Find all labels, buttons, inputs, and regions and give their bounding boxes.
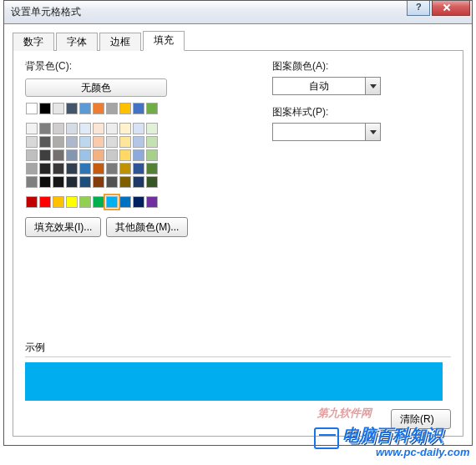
color-swatch[interactable]: [133, 149, 144, 161]
titlebar[interactable]: 设置单元格格式: [4, 1, 472, 24]
color-swatch[interactable]: [53, 196, 64, 208]
color-swatch[interactable]: [66, 123, 78, 134]
pattern-style-value: [273, 124, 365, 140]
color-swatch[interactable]: [53, 136, 64, 148]
color-swatch[interactable]: [119, 136, 131, 148]
color-swatch[interactable]: [93, 123, 104, 134]
color-swatch[interactable]: [79, 149, 91, 161]
color-swatch[interactable]: [26, 163, 38, 174]
color-swatch[interactable]: [79, 123, 91, 134]
color-swatch[interactable]: [93, 103, 104, 114]
color-swatch[interactable]: [26, 123, 38, 134]
color-swatch[interactable]: [79, 163, 91, 174]
color-swatch[interactable]: [93, 163, 104, 174]
pattern-style-combo[interactable]: [272, 123, 381, 141]
color-swatch[interactable]: [106, 149, 118, 161]
chevron-down-icon[interactable]: [365, 124, 380, 140]
color-swatch[interactable]: [146, 149, 158, 161]
color-swatch[interactable]: [53, 103, 64, 114]
color-swatch[interactable]: [133, 196, 144, 208]
color-swatch[interactable]: [106, 196, 118, 208]
color-swatch[interactable]: [146, 136, 158, 148]
color-swatch[interactable]: [119, 163, 131, 174]
color-swatch[interactable]: [119, 176, 131, 188]
color-swatch[interactable]: [106, 163, 118, 174]
color-swatch[interactable]: [53, 176, 64, 188]
color-swatch[interactable]: [53, 149, 64, 161]
swatch-row: [25, 149, 242, 162]
color-swatch[interactable]: [39, 149, 51, 161]
watermark-text-3: www.pc-daily.com: [376, 446, 469, 458]
fill-buttons-row: 填充效果(I)... 其他颜色(M)...: [25, 217, 242, 237]
color-swatch[interactable]: [93, 149, 104, 161]
no-color-button[interactable]: 无颜色: [25, 78, 167, 97]
fill-effects-button[interactable]: 填充效果(I)...: [25, 217, 101, 237]
color-swatch[interactable]: [39, 136, 51, 148]
color-swatch[interactable]: [133, 136, 144, 148]
color-swatch[interactable]: [146, 103, 158, 114]
color-swatch[interactable]: [133, 123, 144, 134]
background-color-label: 背景色(C):: [25, 59, 242, 73]
color-swatch[interactable]: [93, 196, 104, 208]
color-swatch[interactable]: [106, 136, 118, 148]
close-button[interactable]: [432, 1, 470, 16]
color-swatch[interactable]: [146, 176, 158, 188]
color-swatch[interactable]: [53, 163, 64, 174]
pattern-color-label: 图案颜色(A):: [272, 59, 456, 73]
color-swatch[interactable]: [66, 103, 78, 114]
color-swatch[interactable]: [106, 123, 118, 134]
color-swatch[interactable]: [93, 136, 104, 148]
color-swatch[interactable]: [146, 123, 158, 134]
color-swatch[interactable]: [119, 103, 131, 114]
color-swatch[interactable]: [106, 176, 118, 188]
pattern-color-value: 自动: [273, 78, 365, 94]
color-swatch[interactable]: [133, 103, 144, 114]
color-swatch[interactable]: [26, 176, 38, 188]
color-swatch[interactable]: [133, 163, 144, 174]
tab-font[interactable]: 字体: [56, 33, 98, 51]
color-swatch[interactable]: [39, 163, 51, 174]
color-swatch[interactable]: [146, 196, 158, 208]
color-swatch[interactable]: [26, 136, 38, 148]
color-swatch[interactable]: [39, 196, 51, 208]
color-swatch[interactable]: [79, 103, 91, 114]
color-swatch[interactable]: [79, 136, 91, 148]
color-swatch[interactable]: [106, 103, 118, 114]
color-swatch[interactable]: [66, 136, 78, 148]
color-swatch[interactable]: [53, 123, 64, 134]
pattern-color-combo[interactable]: 自动: [272, 77, 381, 95]
color-swatch[interactable]: [66, 196, 78, 208]
color-swatch[interactable]: [66, 149, 78, 161]
color-swatch[interactable]: [66, 176, 78, 188]
color-swatch[interactable]: [119, 196, 131, 208]
swatch-row: [25, 102, 242, 115]
swatch-row: [25, 162, 242, 175]
color-swatch[interactable]: [26, 196, 38, 208]
color-swatch[interactable]: [119, 123, 131, 134]
color-swatch[interactable]: [39, 103, 51, 114]
color-swatch[interactable]: [26, 103, 38, 114]
color-swatch[interactable]: [26, 149, 38, 161]
color-swatch[interactable]: [93, 176, 104, 188]
tab-fill[interactable]: 填充: [143, 31, 185, 51]
tab-border[interactable]: 边框: [99, 33, 141, 51]
help-button[interactable]: [407, 1, 430, 16]
clear-button[interactable]: 清除(R): [391, 409, 451, 429]
swatch-row: [25, 135, 242, 149]
color-swatch[interactable]: [146, 163, 158, 174]
color-swatch[interactable]: [39, 176, 51, 188]
color-swatch[interactable]: [133, 176, 144, 188]
color-swatch[interactable]: [119, 149, 131, 161]
chevron-down-icon[interactable]: [365, 78, 380, 94]
example-section: 示例: [25, 339, 451, 401]
other-colors-button[interactable]: 其他颜色(M)...: [106, 217, 188, 237]
example-preview: [25, 362, 443, 401]
background-color-section: 背景色(C): 无颜色 填充效果(I)... 其他颜色(M)...: [25, 59, 242, 237]
color-swatch[interactable]: [66, 163, 78, 174]
swatch-row: [25, 122, 242, 135]
color-swatch[interactable]: [39, 123, 51, 134]
tab-number[interactable]: 数字: [13, 33, 54, 51]
color-swatch[interactable]: [79, 196, 91, 208]
pattern-style-label: 图案样式(P):: [272, 105, 456, 119]
color-swatch[interactable]: [79, 176, 91, 188]
